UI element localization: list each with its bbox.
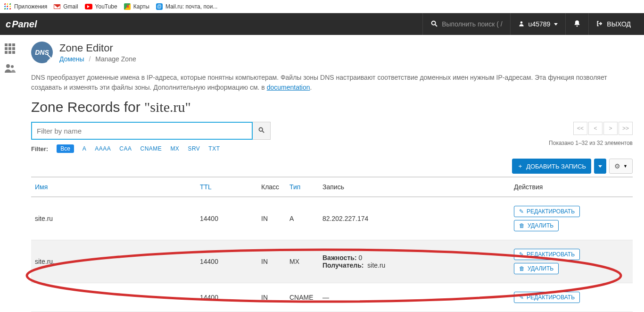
nav-grid-icon[interactable]: [5, 43, 15, 54]
description: DNS преобразует доменные имена в IP-адре…: [31, 73, 633, 93]
add-record-dropdown[interactable]: [594, 159, 606, 174]
gear-icon: ⚙: [614, 162, 620, 170]
breadcrumb: Домены / Manage Zone: [59, 55, 136, 63]
bookmark-gmail[interactable]: Gmail: [54, 3, 78, 10]
header-logout-label: ВЫХОД: [607, 20, 631, 28]
th-name[interactable]: Имя: [31, 177, 196, 197]
bookmark-mailru[interactable]: @ Mail.ru: почта, пои...: [156, 3, 217, 10]
filter-type-cname[interactable]: CNAME: [140, 145, 162, 152]
bell-icon: [573, 20, 581, 29]
bookmark-apps[interactable]: Приложения: [4, 3, 47, 10]
header-logout[interactable]: ВЫХОД: [588, 13, 638, 35]
cell-ttl: 14400: [196, 197, 257, 240]
filter-type-aaaa[interactable]: AAAA: [95, 145, 111, 152]
breadcrumb-domains[interactable]: Домены: [59, 55, 84, 63]
browser-bookmarks-bar: Приложения Gmail YouTube Карты @ Mail.ru…: [0, 0, 644, 13]
pager-first[interactable]: <<: [573, 122, 587, 135]
bookmark-maps-label: Карты: [133, 3, 149, 10]
filter-type-a[interactable]: A: [83, 145, 87, 152]
cell-record: 82.202.227.174: [319, 197, 510, 240]
filter-type-txt[interactable]: TXT: [208, 145, 220, 152]
cpanel-header: cPanel Выполнить поиск ( / u45789 ВЫХОД: [0, 13, 644, 35]
filter-name-input[interactable]: [31, 122, 253, 140]
pencil-icon: ✎: [519, 208, 524, 215]
svg-point-0: [432, 21, 436, 25]
svg-line-1: [435, 25, 437, 26]
dns-badge-icon: DNS: [31, 42, 53, 63]
page-title: Zone Editor: [59, 42, 136, 54]
bookmark-apps-label: Приложения: [14, 3, 47, 10]
bookmark-gmail-label: Gmail: [63, 3, 78, 10]
annotation-ellipse: [20, 243, 628, 309]
title-row: DNS Zone Editor Домены / Manage Zone: [31, 42, 633, 63]
filter-search-button[interactable]: [253, 122, 271, 140]
pager-last[interactable]: >>: [619, 122, 633, 135]
maps-icon: [124, 3, 131, 10]
bookmark-maps[interactable]: Карты: [124, 3, 149, 10]
mailru-icon: @: [156, 3, 163, 10]
pager-prev[interactable]: <: [588, 122, 603, 135]
breadcrumb-current: Manage Zone: [95, 55, 136, 63]
pager: << < > >>: [549, 122, 633, 135]
th-actions: Действия: [510, 177, 633, 197]
cell-class: IN: [257, 197, 286, 240]
edit-button[interactable]: ✎ РЕДАКТИРОВАТЬ: [514, 206, 580, 217]
add-record-button[interactable]: ＋ ДОБАВИТЬ ЗАПИСЬ: [512, 159, 591, 174]
th-record: Запись: [319, 177, 510, 197]
zone-heading: Zone Records for "site.ru": [31, 99, 633, 115]
chevron-down-icon: [554, 23, 558, 25]
svg-point-2: [520, 21, 522, 24]
bookmark-youtube[interactable]: YouTube: [85, 3, 117, 10]
filter-type-mx[interactable]: MX: [170, 145, 179, 152]
header-search[interactable]: Выполнить поиск ( /: [422, 13, 510, 35]
nav-users-icon[interactable]: [4, 63, 16, 76]
cell-type: A: [286, 197, 319, 240]
filter-types: Filter: Все A AAAA CAA CNAME MX SRV TXT: [31, 144, 271, 153]
left-nav-strip: [0, 35, 20, 76]
gmail-icon: [54, 4, 60, 9]
filter-type-caa[interactable]: CAA: [119, 145, 132, 152]
user-icon: [518, 20, 525, 28]
breadcrumb-sep: /: [89, 55, 91, 63]
header-user-menu[interactable]: u45789: [510, 13, 566, 35]
svg-point-3: [577, 25, 578, 27]
pager-next[interactable]: >: [603, 122, 618, 135]
filter-all[interactable]: Все: [57, 144, 74, 153]
youtube-icon: [85, 4, 92, 9]
filter-type-srv[interactable]: SRV: [188, 145, 200, 152]
header-search-placeholder: Выполнить поиск ( /: [442, 20, 502, 28]
chevron-down-icon: ▼: [623, 164, 627, 169]
pagination-summary: Показано 1–32 из 32 элементов: [549, 140, 633, 146]
trash-icon: 🗑: [519, 222, 525, 229]
svg-point-5: [11, 65, 14, 68]
main-content: DNS Zone Editor Домены / Manage Zone DNS…: [20, 35, 644, 312]
th-class: Класс: [257, 177, 286, 197]
th-ttl[interactable]: TTL: [196, 177, 257, 197]
settings-gear-button[interactable]: ⚙ ▼: [609, 159, 633, 174]
cpanel-logo[interactable]: cPanel: [6, 19, 37, 30]
plus-icon: ＋: [517, 162, 523, 170]
svg-line-7: [262, 131, 264, 133]
apps-icon: [4, 3, 11, 10]
logout-icon: [596, 20, 603, 28]
header-notifications[interactable]: [565, 13, 588, 35]
search-icon: [258, 126, 265, 135]
chevron-down-icon: [598, 165, 602, 168]
svg-point-6: [259, 128, 263, 132]
svg-point-4: [6, 64, 10, 68]
delete-button[interactable]: 🗑 УДАЛИТЬ: [514, 220, 559, 231]
th-type[interactable]: Тип: [286, 177, 319, 197]
header-username: u45789: [528, 20, 551, 28]
search-icon: [430, 20, 438, 29]
bookmark-mailru-label: Mail.ru: почта, пои...: [165, 3, 217, 10]
filter-label: Filter:: [31, 145, 48, 152]
cell-name: site.ru: [31, 197, 196, 240]
table-row: site.ru 14400 IN A 82.202.227.174 ✎ РЕДА…: [31, 197, 633, 240]
bookmark-youtube-label: YouTube: [95, 3, 117, 10]
documentation-link[interactable]: documentation: [267, 84, 310, 91]
svg-point-8: [27, 250, 621, 302]
